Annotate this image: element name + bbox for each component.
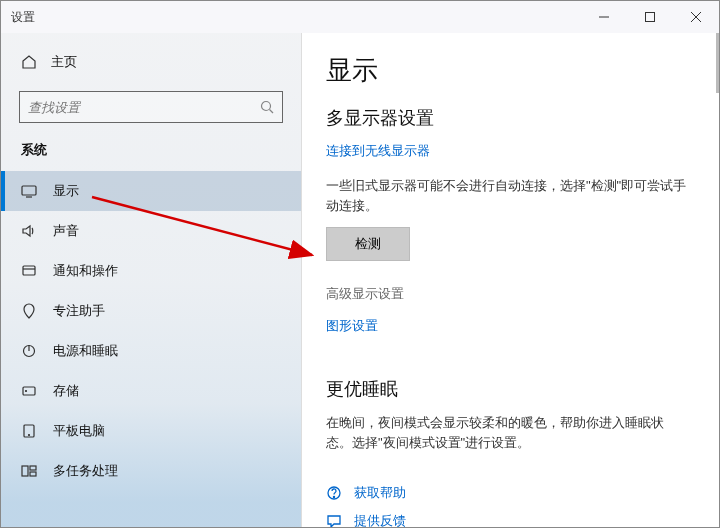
nav-item-multitask[interactable]: 多任务处理 [1, 451, 301, 491]
svg-rect-18 [30, 472, 36, 476]
nav-label: 多任务处理 [53, 462, 118, 480]
get-help-label: 获取帮助 [354, 484, 406, 502]
svg-point-4 [262, 102, 271, 111]
svg-point-13 [26, 391, 27, 392]
section-sleep-title: 更优睡眠 [326, 377, 689, 401]
svg-rect-8 [23, 266, 35, 275]
svg-rect-12 [23, 387, 35, 395]
nav-item-notifications[interactable]: 通知和操作 [1, 251, 301, 291]
advanced-display-link[interactable]: 高级显示设置 [326, 285, 689, 303]
section-multidisplay-title: 多显示器设置 [326, 106, 689, 130]
search-input[interactable] [28, 100, 260, 115]
home-label: 主页 [51, 53, 77, 71]
link-graphics-settings[interactable]: 图形设置 [326, 317, 689, 335]
svg-point-15 [29, 435, 30, 436]
tablet-icon [21, 423, 37, 439]
nav-item-display[interactable]: 显示 [1, 171, 301, 211]
page-title: 显示 [326, 53, 689, 88]
content-area: 主页 系统 显示 [1, 33, 719, 527]
sound-icon [21, 223, 37, 239]
nav-label: 存储 [53, 382, 79, 400]
multitask-icon [21, 463, 37, 479]
detect-description: 一些旧式显示器可能不会进行自动连接，选择"检测"即可尝试手动连接。 [326, 176, 689, 215]
svg-rect-17 [30, 466, 36, 470]
nav-item-storage[interactable]: 存储 [1, 371, 301, 411]
settings-window: 设置 主页 [0, 0, 720, 528]
nav-item-tablet[interactable]: 平板电脑 [1, 411, 301, 451]
link-wireless-display[interactable]: 连接到无线显示器 [326, 142, 689, 160]
window-title: 设置 [11, 9, 35, 26]
focus-icon [21, 303, 37, 319]
svg-point-20 [333, 496, 334, 497]
feedback-icon [326, 513, 342, 527]
close-button[interactable] [673, 1, 719, 33]
svg-line-5 [270, 110, 274, 114]
nav-label: 电源和睡眠 [53, 342, 118, 360]
window-controls [581, 1, 719, 33]
feedback-link[interactable]: 提供反馈 [326, 512, 689, 527]
home-link[interactable]: 主页 [1, 45, 301, 79]
nav-item-focus[interactable]: 专注助手 [1, 291, 301, 331]
detect-button[interactable]: 检测 [326, 227, 410, 261]
search-box[interactable] [19, 91, 283, 123]
storage-icon [21, 383, 37, 399]
nav-label: 声音 [53, 222, 79, 240]
notification-icon [21, 263, 37, 279]
sidebar: 主页 系统 显示 [1, 33, 301, 527]
svg-rect-6 [22, 186, 36, 195]
nav-label: 显示 [53, 182, 79, 200]
category-label: 系统 [1, 141, 301, 171]
display-icon [21, 183, 37, 199]
minimize-button[interactable] [581, 1, 627, 33]
titlebar: 设置 [1, 1, 719, 33]
svg-rect-16 [22, 466, 28, 476]
maximize-button[interactable] [627, 1, 673, 33]
feedback-label: 提供反馈 [354, 512, 406, 527]
nav-item-sound[interactable]: 声音 [1, 211, 301, 251]
svg-rect-1 [646, 13, 655, 22]
scrollbar-thumb[interactable] [716, 33, 719, 93]
nav-label: 平板电脑 [53, 422, 105, 440]
power-icon [21, 343, 37, 359]
search-icon [260, 100, 274, 114]
home-icon [21, 54, 37, 70]
sleep-description: 在晚间，夜间模式会显示较柔和的暖色，帮助你进入睡眠状态。选择"夜间模式设置"进行… [326, 413, 689, 452]
nav-label: 专注助手 [53, 302, 105, 320]
nav-label: 通知和操作 [53, 262, 118, 280]
help-icon [326, 485, 342, 501]
main-panel: 显示 多显示器设置 连接到无线显示器 一些旧式显示器可能不会进行自动连接，选择"… [301, 33, 719, 527]
nav-item-power[interactable]: 电源和睡眠 [1, 331, 301, 371]
get-help-link[interactable]: 获取帮助 [326, 484, 689, 502]
